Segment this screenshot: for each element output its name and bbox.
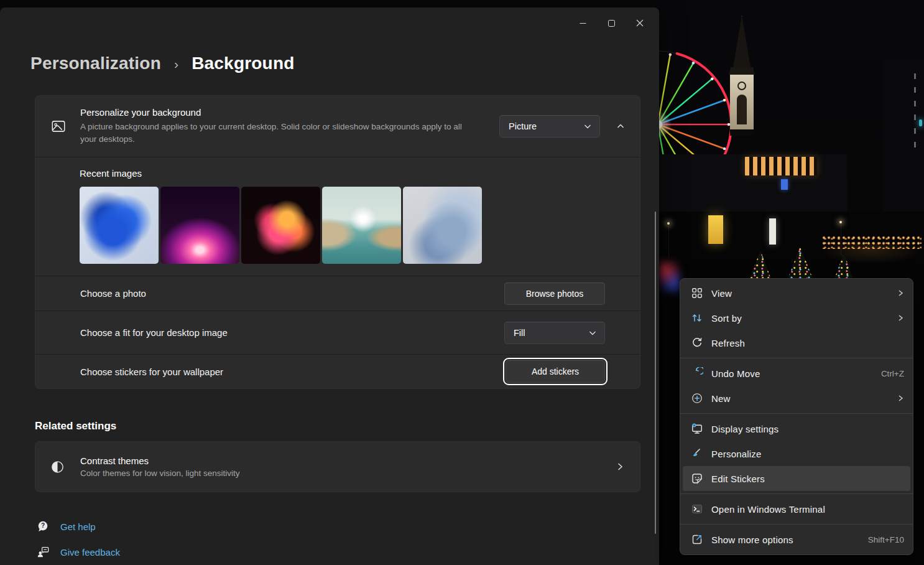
recent-image-thumbnail[interactable] bbox=[80, 187, 159, 264]
add-stickers-button[interactable]: Add stickers bbox=[506, 360, 605, 383]
maximize-icon bbox=[608, 20, 615, 27]
church-tower-graphic bbox=[726, 14, 758, 138]
recent-images-section: Recent images bbox=[35, 157, 640, 276]
recent-image-thumbnail[interactable] bbox=[403, 187, 482, 264]
submenu-chevron-icon bbox=[897, 314, 904, 322]
vertical-scrollbar[interactable] bbox=[655, 212, 656, 534]
building-window-lights bbox=[914, 73, 916, 149]
edit-stickers-icon bbox=[691, 472, 703, 485]
menu-item-show-more-options[interactable]: Show more options Shift+F10 bbox=[683, 527, 910, 552]
menu-separator bbox=[680, 413, 913, 414]
submenu-chevron-icon bbox=[897, 395, 904, 402]
related-settings-heading: Related settings bbox=[35, 420, 116, 432]
menu-item-sort-by[interactable]: Sort by bbox=[683, 306, 910, 330]
white-shop-sign bbox=[769, 218, 776, 245]
street-lamp-light bbox=[839, 221, 842, 223]
lamp-post bbox=[668, 224, 669, 258]
submenu-chevron-icon bbox=[897, 289, 904, 297]
recent-image-thumbnail[interactable] bbox=[241, 187, 320, 264]
minimize-icon bbox=[580, 20, 586, 27]
breadcrumb: Personalization › Background bbox=[30, 54, 295, 73]
refresh-icon bbox=[691, 337, 703, 349]
undo-icon bbox=[691, 367, 703, 380]
contrast-themes-row[interactable]: Contrast themes Color themes for low vis… bbox=[35, 441, 640, 492]
give-feedback-link[interactable]: Give feedback bbox=[36, 545, 120, 559]
browse-photos-button[interactable]: Browse photos bbox=[504, 282, 605, 305]
give-feedback-label: Give feedback bbox=[60, 547, 120, 558]
get-help-link[interactable]: ? Get help bbox=[36, 520, 96, 533]
menu-item-label: Open in Windows Terminal bbox=[711, 504, 904, 515]
view-grid-icon bbox=[691, 287, 703, 299]
blurred-colored-lights bbox=[659, 261, 680, 292]
menu-item-label: View bbox=[711, 288, 897, 299]
breadcrumb-parent[interactable]: Personalization bbox=[30, 54, 161, 73]
recent-image-thumbnail[interactable] bbox=[160, 187, 239, 264]
row-label: Choose a fit for your desktop image bbox=[80, 327, 504, 338]
terminal-icon bbox=[691, 503, 703, 515]
menu-separator bbox=[680, 358, 913, 358]
menu-item-label: Sort by bbox=[711, 313, 897, 324]
menu-item-open-windows-terminal[interactable]: Open in Windows Terminal bbox=[683, 497, 910, 521]
maximize-button[interactable] bbox=[597, 12, 626, 34]
menu-separator bbox=[680, 493, 913, 494]
menu-item-shortcut: Ctrl+Z bbox=[881, 369, 904, 378]
chevron-down-icon bbox=[583, 122, 592, 131]
menu-item-label: Refresh bbox=[711, 338, 904, 348]
lit-windows-row bbox=[745, 157, 817, 175]
show-more-icon bbox=[691, 533, 703, 546]
contrast-icon bbox=[50, 460, 65, 474]
desktop-context-menu: View Sort by Refresh Undo Move Ctrl+Z bbox=[680, 278, 913, 555]
svg-text:?: ? bbox=[41, 522, 45, 529]
choose-stickers-row: Choose stickers for your wallpaper Add s… bbox=[35, 354, 640, 389]
street-lamp-light bbox=[667, 222, 670, 225]
cyan-light bbox=[919, 119, 922, 126]
breadcrumb-chevron-icon: › bbox=[174, 57, 178, 72]
window-caption-buttons bbox=[568, 12, 654, 34]
dropdown-value: Picture bbox=[509, 121, 537, 131]
page-title: Background bbox=[192, 54, 294, 73]
background-type-dropdown[interactable]: Picture bbox=[499, 115, 600, 138]
fit-dropdown[interactable]: Fill bbox=[504, 322, 605, 344]
menu-item-new[interactable]: New bbox=[683, 386, 910, 411]
yellow-shop-sign bbox=[708, 215, 723, 244]
choose-photo-row: Choose a photo Browse photos bbox=[35, 276, 640, 311]
menu-item-view[interactable]: View bbox=[683, 281, 910, 306]
feedback-person-icon bbox=[36, 545, 50, 559]
row-label: Choose a photo bbox=[80, 288, 504, 299]
menu-item-label: Show more options bbox=[711, 535, 863, 545]
menu-item-refresh[interactable]: Refresh bbox=[683, 330, 910, 355]
personalize-brush-icon bbox=[691, 447, 703, 460]
string-lights bbox=[822, 235, 922, 249]
card-title: Personalize your background bbox=[80, 107, 499, 118]
menu-item-edit-stickers[interactable]: Edit Stickers bbox=[683, 466, 910, 491]
row-label: Choose stickers for your wallpaper bbox=[80, 367, 506, 377]
chevron-up-icon bbox=[616, 122, 625, 131]
recent-images-label: Recent images bbox=[80, 168, 625, 179]
settings-window: Personalization › Background Personalize… bbox=[0, 7, 659, 565]
collapse-expander-button[interactable] bbox=[616, 122, 625, 131]
menu-item-label: Display settings bbox=[711, 424, 904, 434]
menu-item-display-settings[interactable]: Display settings bbox=[683, 416, 910, 441]
card-description: A picture background applies to your cur… bbox=[80, 121, 478, 146]
choose-fit-row: Choose a fit for your desktop image Fill bbox=[35, 311, 640, 354]
menu-item-label: Personalize bbox=[711, 449, 904, 459]
menu-item-undo-move[interactable]: Undo Move Ctrl+Z bbox=[683, 361, 910, 386]
menu-item-personalize[interactable]: Personalize bbox=[683, 441, 910, 466]
blue-window-light bbox=[781, 179, 788, 190]
menu-separator bbox=[680, 524, 913, 525]
contrast-themes-title: Contrast themes bbox=[80, 455, 615, 466]
chevron-right-icon bbox=[615, 462, 625, 472]
new-plus-icon bbox=[691, 392, 703, 404]
background-settings-card: Personalize your background A picture ba… bbox=[35, 95, 640, 389]
close-button[interactable] bbox=[626, 12, 654, 34]
menu-item-shortcut: Shift+F10 bbox=[868, 535, 904, 544]
close-icon bbox=[636, 19, 644, 27]
get-help-label: Get help bbox=[60, 521, 96, 532]
personalize-background-expander[interactable]: Personalize your background A picture ba… bbox=[35, 95, 640, 157]
chevron-down-icon bbox=[588, 329, 597, 337]
minimize-button[interactable] bbox=[568, 12, 597, 34]
recent-image-thumbnail[interactable] bbox=[322, 187, 401, 264]
display-settings-icon bbox=[691, 423, 703, 435]
menu-item-label: Edit Stickers bbox=[711, 474, 904, 484]
picture-icon bbox=[50, 118, 67, 134]
